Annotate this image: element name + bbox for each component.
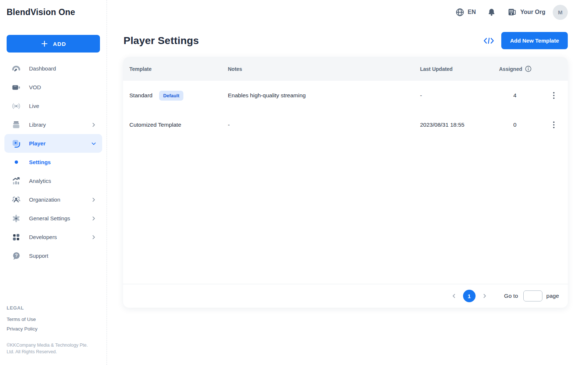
main-area: EN <box>107 0 588 365</box>
add-button-label: ADD <box>53 41 66 47</box>
video-camera-icon <box>11 83 21 92</box>
legal-section: LEGAL Terms of Use Privacy Policy ©KKCom… <box>0 305 107 365</box>
goto-label: Go to <box>504 293 518 299</box>
row-menu-kebab-icon[interactable] <box>549 119 558 130</box>
page-title: Player Settings <box>123 35 199 47</box>
row-menu-kebab-icon[interactable] <box>549 90 558 101</box>
gear-icon <box>11 214 21 223</box>
sidebar-item-label: Organization <box>29 196 82 203</box>
sidebar-nav: Dashboard VOD <box>0 59 107 265</box>
default-badge: Default <box>159 91 183 101</box>
broadcast-icon <box>11 101 21 111</box>
sidebar-item-organization[interactable]: Organization <box>4 190 102 209</box>
current-page-button[interactable]: 1 <box>463 290 476 302</box>
grid-blocks-icon <box>11 232 21 242</box>
copyright-text: ©KKCompany Media & Technology Pte. Ltd. … <box>7 342 93 356</box>
sidebar-item-vod[interactable]: VOD <box>4 78 102 97</box>
people-icon <box>11 195 21 205</box>
info-icon[interactable] <box>525 65 532 72</box>
terms-of-use-link[interactable]: Terms of Use <box>7 317 100 322</box>
table-header-row: Template Notes Last Updated Assigned <box>123 57 568 81</box>
avatar[interactable]: M <box>553 5 568 20</box>
sidebar-item-player[interactable]: Player <box>4 134 102 153</box>
sidebar-item-settings[interactable]: Settings <box>4 153 102 171</box>
plus-icon <box>40 40 49 48</box>
org-name: Your Org <box>520 9 545 15</box>
template-last-updated: - <box>420 92 498 99</box>
chevron-right-icon <box>90 122 97 128</box>
sidebar-item-label: Player <box>29 140 82 147</box>
sidebar-item-label: Developers <box>29 234 82 240</box>
gauge-icon <box>11 64 21 73</box>
app-logo: BlendVision One <box>0 0 107 17</box>
page-header: Player Settings Add New Template <box>107 24 588 57</box>
template-name: Cutomized Template <box>129 122 181 128</box>
question-bubble-icon: ? <box>11 251 21 261</box>
language-selector[interactable]: EN <box>455 8 476 17</box>
table-row: Cutomized Template - 2023/08/31 18:55 0 <box>123 110 568 140</box>
table-row: Standard Default Enables high-quality st… <box>123 81 568 110</box>
column-header-last-updated: Last Updated <box>420 66 498 72</box>
sidebar-item-label: VOD <box>29 84 97 90</box>
analytics-icon <box>11 176 21 186</box>
page-label: page <box>546 293 559 299</box>
sidebar-item-live[interactable]: Live <box>4 97 102 115</box>
topbar: EN <box>107 0 588 24</box>
table-empty-space <box>123 140 568 284</box>
sidebar-item-label: Settings <box>29 159 51 165</box>
sidebar-item-label: Dashboard <box>29 65 97 72</box>
privacy-policy-link[interactable]: Privacy Policy <box>7 326 100 332</box>
template-notes: Enables high-quality streaming <box>228 92 420 99</box>
bell-icon <box>487 8 496 17</box>
sidebar-item-dashboard[interactable]: Dashboard <box>4 59 102 78</box>
template-name: Standard <box>129 92 153 99</box>
library-stack-icon <box>11 120 21 130</box>
player-icon <box>11 139 21 148</box>
sidebar-item-label: Library <box>29 122 82 128</box>
sidebar-item-support[interactable]: ? Support <box>4 246 102 265</box>
sidebar-item-analytics[interactable]: Analytics <box>4 171 102 190</box>
app-root: BlendVision One ADD Dashboard <box>0 0 588 365</box>
org-selector[interactable]: Your Org <box>507 7 545 17</box>
active-dot <box>11 160 21 164</box>
legal-heading: LEGAL <box>7 305 100 311</box>
chevron-right-icon <box>90 196 97 203</box>
sidebar-item-label: Live <box>29 103 97 109</box>
template-last-updated: 2023/08/31 18:55 <box>420 122 498 128</box>
add-new-template-button[interactable]: Add New Template <box>501 32 568 49</box>
template-assigned-count: 0 <box>498 122 532 128</box>
column-header-assigned: Assigned <box>499 66 522 72</box>
sidebar-item-label: Support <box>29 253 97 259</box>
chevron-down-icon <box>90 140 97 147</box>
goto-page-input[interactable] <box>523 290 542 301</box>
sidebar-item-label: General Settings <box>29 215 82 221</box>
globe-icon <box>455 8 465 17</box>
building-icon <box>507 7 517 17</box>
templates-table-card: Template Notes Last Updated Assigned <box>123 57 568 308</box>
template-notes: - <box>228 122 420 128</box>
sidebar-item-general-settings[interactable]: General Settings <box>4 209 102 228</box>
column-header-template: Template <box>123 66 228 72</box>
add-button[interactable]: ADD <box>7 35 100 53</box>
svg-text:?: ? <box>15 253 18 258</box>
previous-page-icon[interactable] <box>449 291 459 301</box>
sidebar-item-developers[interactable]: Developers <box>4 228 102 246</box>
notifications-button[interactable] <box>487 8 496 17</box>
language-label: EN <box>468 9 476 15</box>
sidebar: BlendVision One ADD Dashboard <box>0 0 107 365</box>
pagination-bar: 1 Go to page <box>123 284 568 308</box>
column-header-notes: Notes <box>228 66 420 72</box>
sidebar-item-library[interactable]: Library <box>4 115 102 134</box>
next-page-icon[interactable] <box>480 291 490 301</box>
embed-code-button[interactable] <box>483 36 494 46</box>
chevron-right-icon <box>90 215 97 222</box>
sidebar-item-label: Analytics <box>29 178 97 184</box>
chevron-right-icon <box>90 234 97 241</box>
template-assigned-count: 4 <box>498 92 532 99</box>
